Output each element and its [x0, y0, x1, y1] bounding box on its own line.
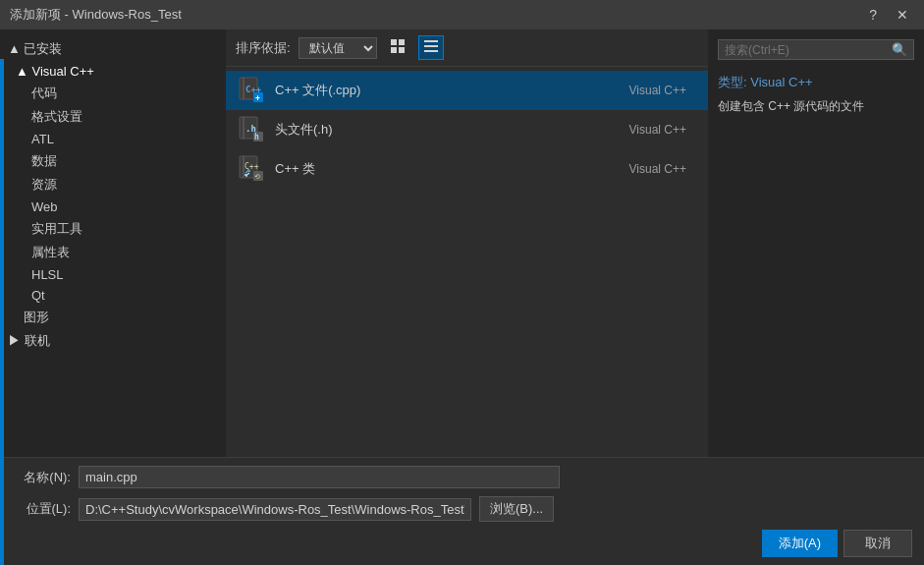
help-button[interactable]: ? [863, 5, 883, 25]
class-file-icon: C++ ⟲ [238, 155, 265, 183]
svg-text:+: + [255, 93, 260, 102]
class-file-name: C++ 类 [275, 160, 620, 178]
sidebar-item-resources[interactable]: 资源 [0, 173, 226, 197]
h-file-name: 头文件(.h) [275, 121, 620, 139]
location-row: 位置(L): 浏览(B)... [12, 496, 912, 522]
h-file-type: Visual C++ [629, 123, 686, 137]
sidebar-visual-cpp-header[interactable]: ▲ Visual C++ [0, 61, 226, 82]
svg-text:C++: C++ [245, 162, 259, 171]
info-panel: 🔍 类型: Visual C++ 创建包含 C++ 源代码的文件 [708, 29, 924, 457]
sort-label: 排序依据: [236, 39, 291, 57]
dialog-wrapper: ▲ 已安装 ▲ Visual C++ 代码 格式设置 ATL 数据 [0, 29, 924, 565]
svg-text:⟲: ⟲ [254, 173, 260, 181]
content-area: 排序依据: 默认值 [226, 29, 708, 457]
file-item-class[interactable]: C++ ⟲ C++ 类 Visual C++ [226, 149, 708, 189]
svg-rect-5 [424, 45, 438, 47]
top-section: ▲ 已安装 ▲ Visual C++ 代码 格式设置 ATL 数据 [0, 29, 924, 457]
sidebar-item-hlsl[interactable]: HLSL [0, 264, 226, 285]
sidebar-item-atl[interactable]: ATL [0, 129, 226, 149]
location-label: 位置(L): [12, 500, 71, 518]
sidebar-network-header[interactable]: ▶ 联机 [0, 329, 226, 353]
svg-rect-0 [391, 39, 397, 45]
svg-rect-4 [424, 40, 438, 42]
svg-rect-2 [391, 47, 397, 53]
add-button[interactable]: 添加(A) [762, 530, 838, 557]
sort-dropdown[interactable]: 默认值 [299, 37, 377, 59]
browse-button[interactable]: 浏览(B)... [479, 496, 554, 522]
cpp-file-icon: C++ + [238, 77, 265, 104]
class-file-type: Visual C++ [629, 162, 686, 176]
title-bar-controls: ? ✕ [863, 5, 914, 25]
sidebar-item-utilities[interactable]: 实用工具 [0, 217, 226, 241]
sidebar-installed-header[interactable]: ▲ 已安装 [0, 37, 226, 61]
name-input[interactable] [79, 466, 560, 488]
visual-cpp-label: ▲ Visual C++ [16, 64, 94, 79]
toolbar: 排序依据: 默认值 [226, 29, 708, 67]
location-input[interactable] [79, 498, 471, 521]
sidebar-item-format[interactable]: 格式设置 [0, 105, 226, 129]
action-row: 添加(A) 取消 [12, 530, 912, 557]
cpp-file-type: Visual C++ [629, 84, 686, 97]
info-description: 创建包含 C++ 源代码的文件 [718, 97, 914, 115]
list-view-button[interactable] [418, 35, 444, 60]
file-list: C++ + C++ 文件(.cpp) Visual C++ [226, 67, 708, 457]
sidebar-item-code[interactable]: 代码 [0, 82, 226, 105]
left-accent-bar [0, 59, 4, 565]
svg-text:h: h [254, 133, 259, 141]
network-label: ▶ 联机 [8, 332, 50, 350]
svg-rect-6 [424, 50, 438, 52]
bottom-section: 名称(N): 位置(L): 浏览(B)... 添加(A) 取消 [0, 457, 924, 565]
dialog-body: ▲ 已安装 ▲ Visual C++ 代码 格式设置 ATL 数据 [0, 29, 924, 565]
cpp-file-name: C++ 文件(.cpp) [275, 82, 620, 99]
cancel-button[interactable]: 取消 [843, 530, 912, 557]
close-button[interactable]: ✕ [891, 5, 914, 25]
grid-view-button[interactable] [385, 35, 410, 60]
search-input[interactable] [725, 43, 888, 57]
search-bar[interactable]: 🔍 [718, 39, 914, 60]
sidebar: ▲ 已安装 ▲ Visual C++ 代码 格式设置 ATL 数据 [0, 29, 226, 457]
search-icon: 🔍 [892, 42, 907, 57]
info-type-label: 类型: Visual C++ [718, 74, 914, 91]
dialog-title: 添加新项 - Windows-Ros_Test [10, 6, 182, 24]
sidebar-item-qt[interactable]: Qt [0, 285, 226, 306]
title-bar: 添加新项 - Windows-Ros_Test ? ✕ [0, 0, 924, 29]
h-file-icon: .h h [238, 116, 265, 143]
name-row: 名称(N): [12, 466, 912, 488]
installed-label: ▲ 已安装 [8, 40, 62, 58]
svg-rect-3 [399, 47, 405, 53]
file-item-cpp[interactable]: C++ + C++ 文件(.cpp) Visual C++ [226, 71, 708, 110]
name-label: 名称(N): [12, 469, 71, 486]
file-item-header[interactable]: .h h 头文件(.h) Visual C++ [226, 110, 708, 149]
sidebar-item-property-sheet[interactable]: 属性表 [0, 241, 226, 264]
sidebar-item-data[interactable]: 数据 [0, 149, 226, 173]
sidebar-item-web[interactable]: Web [0, 197, 226, 217]
sidebar-item-graphics[interactable]: 图形 [0, 306, 226, 329]
svg-rect-1 [399, 39, 405, 45]
